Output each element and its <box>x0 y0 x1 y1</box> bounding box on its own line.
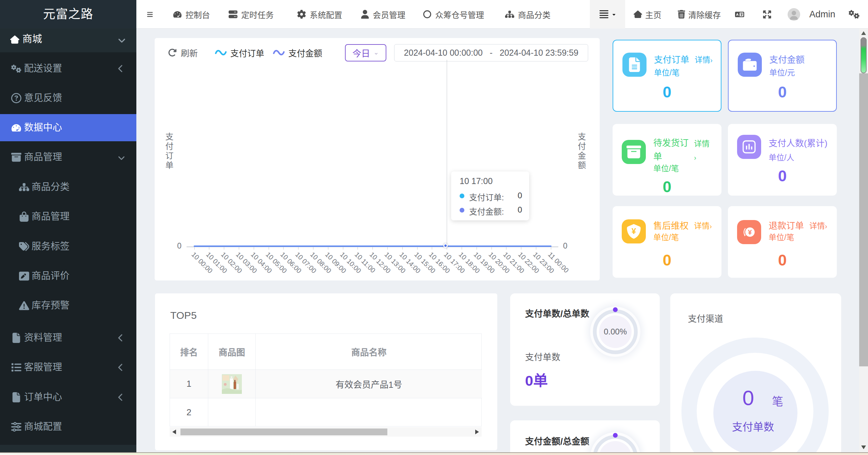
svg-text:¥: ¥ <box>748 229 752 236</box>
svg-text:¥: ¥ <box>632 227 636 236</box>
